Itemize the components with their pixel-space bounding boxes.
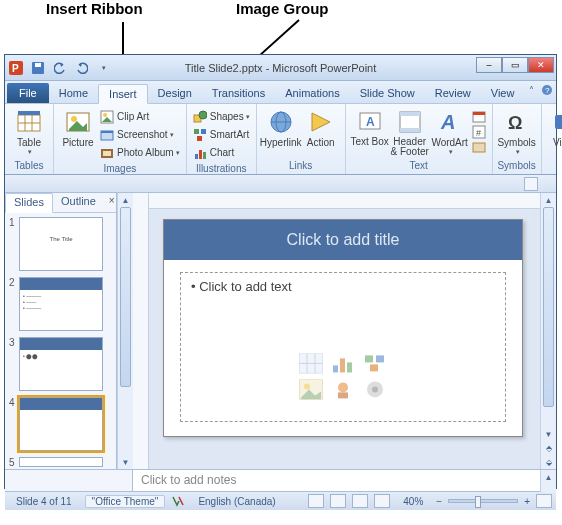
close-button[interactable]: ✕ [528,57,554,73]
screenshot-button[interactable]: Screenshot [100,126,180,143]
tab-slideshow[interactable]: Slide Show [350,83,425,103]
reading-view-button[interactable] [352,494,368,508]
wordart-label: WordArt [431,137,468,148]
scroll-down-icon[interactable]: ▼ [118,455,133,469]
smartart-button[interactable]: SmartArt [193,126,250,143]
sorter-view-button[interactable] [330,494,346,508]
slide[interactable]: Click to add title • Click to add text [163,219,523,437]
zoom-out-button[interactable]: − [436,496,442,507]
minimize-button[interactable]: – [476,57,502,73]
content-icons [297,352,389,400]
scroll-up-icon[interactable]: ▲ [118,193,133,207]
thumbnail-slide-1[interactable]: The Title [19,217,103,271]
table-button[interactable]: Table [9,106,49,158]
textbox-label: Text Box [350,137,388,147]
thumbnail-slide-4[interactable] [19,397,103,451]
date-time-icon[interactable] [472,110,486,124]
main-scrollbar[interactable]: ▲ ▼ ⬘ ⬙ [540,193,556,469]
zoom-percent[interactable]: 40% [396,495,430,508]
file-tab[interactable]: File [7,83,49,103]
thumb-number: 5 [9,457,19,468]
clipart-button[interactable]: Clip Art [100,108,180,125]
svg-text:#: # [476,128,481,138]
sidebar-scrollbar[interactable]: ▲ ▼ [117,193,133,469]
minimize-ribbon-icon[interactable]: ˄ [524,83,538,97]
svg-rect-50 [365,355,373,362]
tab-animations[interactable]: Animations [275,83,349,103]
group-images: Picture Clip Art Screenshot Photo Album … [54,104,187,174]
thumbnail-slide-3[interactable]: • ⬤⬤ [19,337,103,391]
table-label: Table [17,137,41,148]
headerfooter-button[interactable]: Header & Footer [390,106,430,159]
tab-review[interactable]: Review [425,83,481,103]
insert-smartart-icon[interactable] [361,352,389,374]
hyperlink-button[interactable]: Hyperlink [261,106,301,150]
insert-picture-icon[interactable] [297,378,325,400]
svg-rect-37 [473,112,485,115]
wordart-button[interactable]: A WordArt [430,106,470,158]
workspace: Slides Outline × 1The Title 2• ———• ——• … [5,193,556,469]
svg-text:Ω: Ω [508,113,522,133]
tab-design[interactable]: Design [148,83,202,103]
svg-rect-10 [18,111,40,115]
fit-window-button[interactable] [536,494,552,508]
qat-dropdown-icon[interactable]: ▾ [96,60,112,76]
prev-slide-icon[interactable]: ⬘ [541,441,556,455]
video-button[interactable]: Video [546,106,562,158]
insert-table-icon[interactable] [297,352,325,374]
photoalbum-button[interactable]: Photo Album [100,144,180,161]
action-icon [307,108,335,136]
thumb-number: 3 [9,337,19,348]
slide-editor: Click to add title • Click to add text [133,193,556,469]
scroll-up-icon[interactable]: ▲ [541,193,556,207]
shapes-button[interactable]: Shapes [193,108,250,125]
chart-button[interactable]: Chart [193,144,250,161]
sidebar-tab-outline[interactable]: Outline [53,193,104,212]
title-placeholder[interactable]: Click to add title [164,220,522,260]
zoom-slider[interactable] [448,499,518,503]
action-button[interactable]: Action [301,106,341,150]
tab-home[interactable]: Home [49,83,98,103]
insert-chart-icon[interactable] [329,352,357,374]
save-icon[interactable] [30,60,46,76]
tab-transitions[interactable]: Transitions [202,83,275,103]
svg-rect-26 [203,152,206,159]
help-icon[interactable]: ? [540,83,554,97]
insert-clipart-icon[interactable] [329,378,357,400]
powerpoint-window: P ▾ Title Slide2.pptx - Microsoft PowerP… [4,54,557,489]
tab-insert[interactable]: Insert [98,84,148,104]
language-indicator[interactable]: English (Canada) [191,495,282,508]
notes-pane[interactable]: Click to add notes ▲ [5,469,556,491]
spellcheck-icon[interactable] [171,495,185,507]
chart-icon [193,146,207,160]
insert-media-icon[interactable] [361,378,389,400]
thumbnail-slide-2[interactable]: • ———• ——• ——— [19,277,103,331]
thumbnail-slide-5[interactable] [19,457,103,467]
slide-number-icon[interactable]: # [472,125,486,139]
ruler-toggle[interactable] [524,177,538,191]
sidebar-tab-slides[interactable]: Slides [5,193,53,213]
tab-view[interactable]: View [481,83,525,103]
notes-scrollbar[interactable]: ▲ [540,470,556,492]
symbols-button[interactable]: Ω Symbols [497,106,537,158]
svg-rect-18 [103,151,111,156]
next-slide-icon[interactable]: ⬙ [541,455,556,469]
notes-placeholder[interactable]: Click to add notes [133,470,540,491]
maximize-button[interactable]: ▭ [502,57,528,73]
shapes-icon [193,110,207,124]
theme-indicator[interactable]: "Office Theme" [85,495,166,508]
redo-icon[interactable] [74,60,90,76]
picture-button[interactable]: Picture [58,106,98,150]
content-placeholder[interactable]: • Click to add text [180,272,506,422]
textbox-button[interactable]: A Text Box [350,106,390,149]
undo-icon[interactable] [52,60,68,76]
svg-rect-52 [370,364,378,371]
slideshow-view-button[interactable] [374,494,390,508]
scroll-down-icon[interactable]: ▼ [541,427,556,441]
slide-counter: Slide 4 of 11 [9,495,79,508]
normal-view-button[interactable] [308,494,324,508]
zoom-in-button[interactable]: + [524,496,530,507]
picture-icon [64,108,92,136]
slide-canvas[interactable]: Click to add title • Click to add text [149,209,540,469]
object-icon[interactable] [472,140,486,154]
